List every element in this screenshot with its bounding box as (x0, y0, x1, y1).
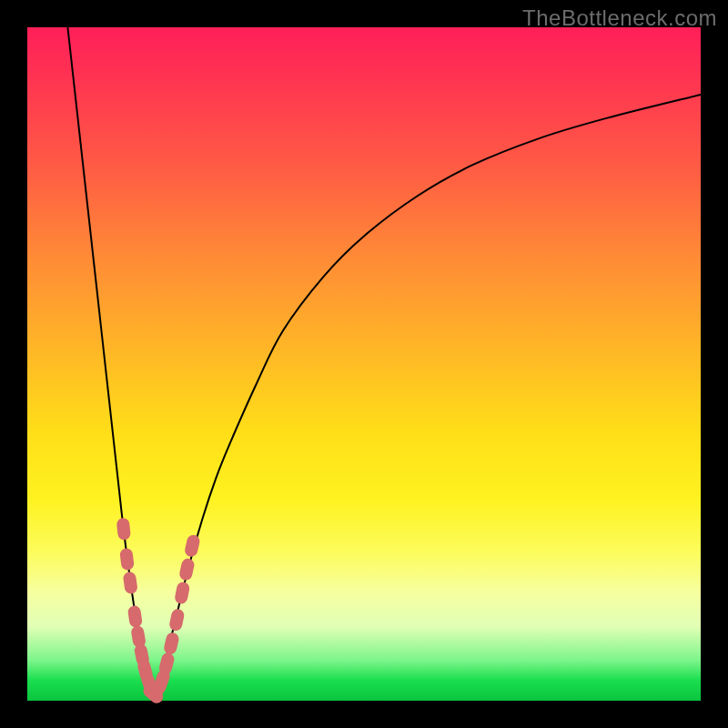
data-marker (184, 534, 201, 559)
data-marker (123, 571, 138, 595)
data-marker (168, 608, 186, 632)
curve-right (153, 95, 701, 701)
chart-root: TheBottleneck.com (0, 0, 728, 728)
marker-group (116, 518, 201, 706)
curve-overlay (27, 27, 701, 701)
data-marker (127, 605, 143, 629)
data-marker (119, 548, 135, 571)
data-marker (163, 632, 180, 656)
data-marker (178, 557, 196, 581)
curve-left (67, 27, 153, 701)
data-marker (174, 581, 190, 604)
plot-area (27, 27, 701, 701)
data-marker (116, 518, 132, 541)
